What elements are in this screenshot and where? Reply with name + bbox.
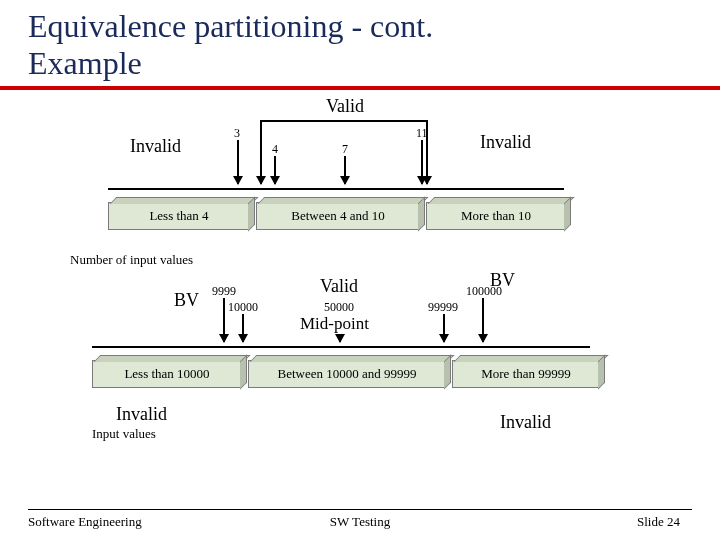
d2-partition-boxes: Less than 10000 Between 10000 and 99999 …: [92, 360, 600, 388]
d1-tick-4: 4: [272, 142, 278, 157]
d1-arrow-10: [426, 120, 428, 184]
d1-box-more-than-10: More than 10: [426, 202, 566, 230]
d1-valid-connector: [260, 120, 426, 122]
d1-valid-label: Valid: [326, 96, 364, 117]
d2-tick-10000: 10000: [228, 300, 258, 315]
d2-valid-label: Valid: [320, 276, 358, 297]
d1-arrow-7: [344, 156, 346, 184]
d2-tick-99999: 99999: [428, 300, 458, 315]
d2-arrow-9999: [223, 298, 225, 342]
slide-title-line1: Equivalence partitioning - cont.: [28, 8, 720, 45]
d2-arrow-50000: [339, 334, 341, 342]
d2-invalid-left: Invalid: [116, 404, 167, 425]
d2-tick-50000: 50000: [324, 300, 354, 315]
d1-box-between-4-10: Between 4 and 10: [256, 202, 420, 230]
d2-invalid-right: Invalid: [500, 412, 551, 433]
d2-axis-caption: Input values: [92, 426, 156, 442]
d2-arrow-99999: [443, 314, 445, 342]
d2-bv-left: BV: [174, 290, 199, 311]
d2-midpoint-label: Mid-point: [300, 314, 369, 334]
slide-footer: SW Testing Software Engineering Slide 24: [0, 509, 720, 530]
d1-invalid-right: Invalid: [480, 132, 531, 153]
d1-arrow-4b: [274, 156, 276, 184]
footer-center: SW Testing: [0, 514, 720, 530]
d1-box-less-than-4: Less than 4: [108, 202, 250, 230]
slide-title-block: Equivalence partitioning - cont. Example: [0, 0, 720, 82]
d1-arrow-3: [237, 140, 239, 184]
d1-partition-boxes: Less than 4 Between 4 and 10 More than 1…: [108, 202, 566, 230]
d2-box-less-than-10000: Less than 10000: [92, 360, 242, 388]
d1-axis-caption: Number of input values: [70, 252, 193, 268]
d2-number-line: [92, 346, 590, 348]
d2-tick-100000: 100000: [466, 284, 502, 299]
footer-rule: [28, 509, 692, 510]
d2-arrow-10000: [242, 314, 244, 342]
d1-invalid-left: Invalid: [130, 136, 181, 157]
title-underline: [0, 86, 720, 90]
d1-number-line: [108, 188, 564, 190]
slide-title-line2: Example: [28, 45, 720, 82]
d2-box-between: Between 10000 and 99999: [248, 360, 446, 388]
d1-tick-7: 7: [342, 142, 348, 157]
d2-box-more-than-99999: More than 99999: [452, 360, 600, 388]
d1-arrow-4a: [260, 120, 262, 184]
d2-tick-9999: 9999: [212, 284, 236, 299]
d2-arrow-100000: [482, 298, 484, 342]
d1-tick-3: 3: [234, 126, 240, 141]
